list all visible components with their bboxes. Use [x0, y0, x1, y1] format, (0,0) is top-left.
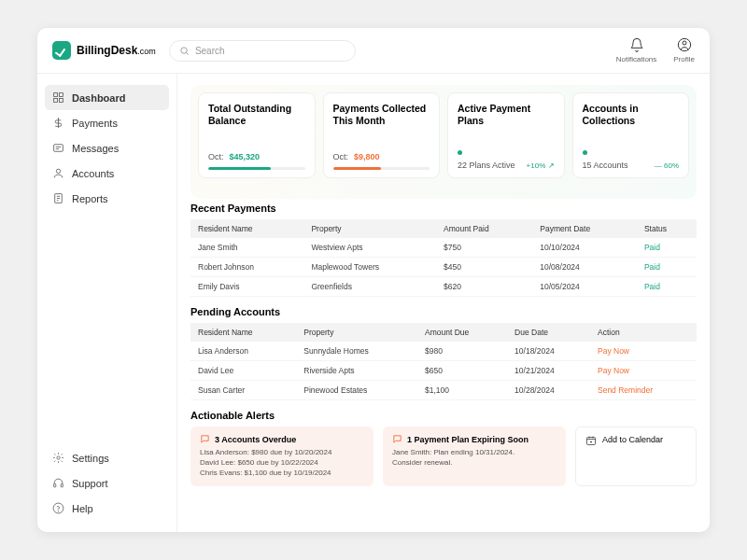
card-title: Active Payment Plans [458, 103, 555, 127]
progress-bar [333, 167, 382, 170]
action-link[interactable]: Pay Now [598, 346, 629, 356]
action-link[interactable]: Send Reminder [598, 385, 653, 395]
brand-logo[interactable]: BillingDesk.com [52, 41, 156, 60]
svg-point-16 [57, 456, 60, 459]
svg-rect-5 [60, 93, 63, 97]
search-icon [179, 46, 190, 56]
svg-point-3 [683, 41, 686, 45]
status-badge: Paid [637, 258, 697, 277]
sidebar: Dashboard Payments Messages Accounts Rep… [37, 74, 177, 532]
help-icon [52, 502, 64, 514]
profile-button[interactable]: Profile [673, 37, 695, 63]
svg-point-11 [56, 169, 60, 173]
notifications-button[interactable]: Notifications [616, 37, 657, 63]
table-row[interactable]: Lisa AndersonSunnydale Homes$98010/18/20… [190, 342, 697, 361]
chat-alert-icon [392, 434, 402, 444]
svg-rect-4 [54, 93, 58, 97]
action-link[interactable]: Pay Now [598, 366, 629, 375]
delta-flat: — 60% [655, 161, 679, 170]
table-row[interactable]: Robert JohnsonMaplewood Towers$45010/08/… [190, 258, 697, 277]
grid-icon [52, 91, 64, 104]
card-outstanding[interactable]: Total Outstanding Balance Oct: $45,320 [198, 92, 316, 178]
gear-icon [52, 452, 64, 464]
status-badge: Paid [637, 238, 697, 258]
sidebar-item-settings[interactable]: Settings [45, 445, 169, 470]
add-to-calendar-button[interactable]: Add to Calendar [575, 427, 697, 486]
main-content: Total Outstanding Balance Oct: $45,320 P… [177, 74, 710, 532]
pending-accounts-table: Resident Name Property Amount Due Due Da… [190, 323, 697, 400]
card-title: Payments Collected This Month [333, 103, 430, 127]
chat-alert-icon [200, 434, 210, 444]
progress-bar [208, 167, 271, 170]
card-collections[interactable]: Accounts in Collections 15 Accounts— 60% [572, 92, 690, 178]
svg-rect-17 [54, 484, 56, 487]
table-row[interactable]: Emily DavisGreenfields$62010/05/2024Paid [190, 277, 697, 297]
svg-rect-8 [54, 145, 63, 152]
message-icon [52, 142, 64, 154]
svg-rect-6 [54, 99, 58, 103]
recent-payments-table: Resident Name Property Amount Paid Payme… [190, 219, 697, 297]
svg-rect-18 [61, 484, 63, 487]
svg-point-0 [181, 47, 187, 52]
sidebar-item-reports[interactable]: Reports [45, 186, 169, 211]
svg-point-20 [58, 511, 59, 511]
search-placeholder: Search [195, 46, 225, 56]
sidebar-item-support[interactable]: Support [45, 470, 169, 496]
alerts-title: Actionable Alerts [190, 410, 697, 421]
card-title: Accounts in Collections [583, 103, 680, 127]
headphones-icon [52, 477, 64, 489]
sidebar-item-help[interactable]: Help [45, 496, 169, 521]
sidebar-item-dashboard[interactable]: Dashboard [45, 85, 169, 110]
table-row[interactable]: David LeeRiverside Apts$65010/21/2024Pay… [190, 361, 697, 381]
sidebar-item-messages[interactable]: Messages [45, 135, 169, 161]
card-title: Total Outstanding Balance [208, 103, 305, 127]
alert-expiring[interactable]: 1 Payment Plan Expiring Soon Jane Smith:… [383, 427, 566, 486]
table-row[interactable]: Susan CarterPinewood Estates$1,10010/28/… [190, 381, 697, 400]
recent-payments-title: Recent Payments [190, 203, 697, 214]
logo-mark-icon [52, 41, 71, 60]
status-dot-icon [458, 150, 462, 155]
card-plans[interactable]: Active Payment Plans 22 Plans Active+10%… [447, 92, 565, 178]
status-badge: Paid [637, 277, 697, 297]
status-dot-icon [583, 150, 587, 155]
svg-rect-7 [60, 99, 63, 103]
delta-up: +10% ↗ [527, 161, 555, 170]
svg-line-1 [186, 52, 188, 54]
alert-overdue[interactable]: 3 Accounts Overdue Lisa Anderson: $980 d… [190, 427, 374, 486]
brand-name: BillingDesk [77, 44, 137, 57]
brand-suffix: .com [137, 47, 156, 56]
table-row[interactable]: Jane SmithWestview Apts$75010/10/2024Pai… [190, 238, 697, 258]
calendar-icon [585, 435, 597, 446]
search-input[interactable]: Search [169, 40, 356, 62]
pending-accounts-title: Pending Accounts [190, 306, 697, 317]
user-icon [677, 37, 692, 52]
users-icon [52, 167, 64, 179]
card-collected[interactable]: Payments Collected This Month Oct: $9,80… [323, 92, 441, 178]
report-icon [52, 192, 64, 204]
bell-icon [629, 37, 644, 52]
sidebar-item-accounts[interactable]: Accounts [45, 161, 169, 186]
dollar-icon [52, 117, 64, 129]
sidebar-item-payments[interactable]: Payments [45, 110, 169, 135]
